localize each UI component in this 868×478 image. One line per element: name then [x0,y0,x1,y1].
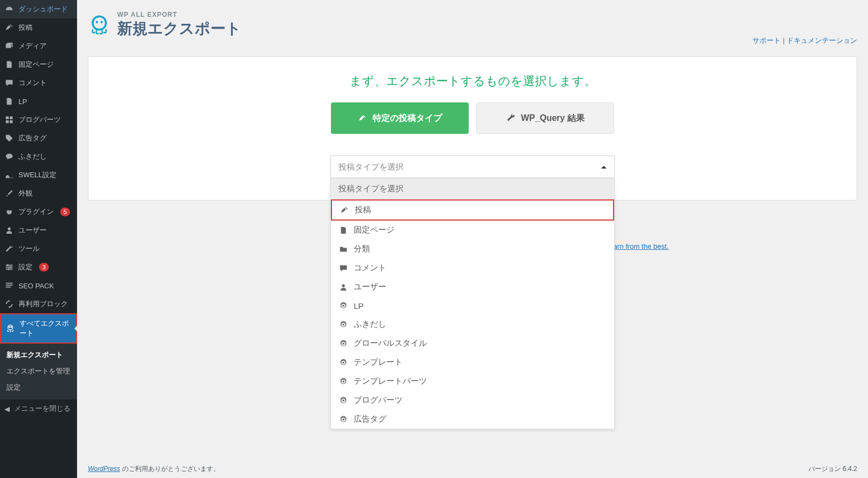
svg-point-6 [10,266,12,268]
svg-point-13 [11,326,12,327]
docs-link[interactable]: ドキュメンテーション [787,36,857,44]
option-label: グローバルスタイル [354,338,427,348]
submenu-item-1[interactable]: エクスポートを管理 [0,363,77,379]
option-label: テンプレート [354,357,403,367]
footer-left: WordPress のご利用ありがとうございます。 [88,464,220,474]
dropdown-option-5[interactable]: LP [331,296,614,315]
sidebar-item-12[interactable]: ユーザー [0,221,77,240]
dropdown-option-10[interactable]: ブログパーツ [331,391,614,410]
sidebar-item-10[interactable]: 外観 [0,184,77,203]
dropdown-option-4[interactable]: ユーザー [331,277,614,296]
gear-icon [339,358,348,367]
sidebar-item-6[interactable]: ブログパーツ [0,111,77,129]
svg-rect-8 [6,283,13,284]
sidebar-item-0[interactable]: ダッシュボード [0,0,77,18]
wordpress-link[interactable]: WordPress [88,465,120,473]
sidebar-item-11[interactable]: プラグイン5 [0,203,77,221]
svg-point-17 [342,284,344,287]
dropdown-option-1[interactable]: 固定ページ [331,221,614,240]
pin-icon [358,113,367,123]
dashboard-icon [4,4,14,14]
collapse-menu[interactable]: ◀ メニューを閉じる [0,399,77,418]
page-header: WP ALL EXPORT 新規エクスポート サポート | ドキュメンテーション [88,11,857,46]
submenu-item-0[interactable]: 新規エクスポート [0,347,77,363]
media-icon [4,41,14,51]
svg-point-15 [95,21,98,23]
option-label: ふきだし [354,319,386,330]
comment-icon [339,263,348,273]
wp-query-button[interactable]: WP_Query 結果 [476,102,614,134]
chevron-up-icon [601,163,607,169]
bubble-icon [4,152,14,162]
dropdown-option-3[interactable]: コメント [331,259,614,277]
sidebar-item-7[interactable]: 広告タグ [0,129,77,147]
dropdown-option-2[interactable]: 分類 [331,240,614,259]
export-card: まず、エクスポートするものを選択します。 特定の投稿タイプ WP_Query 結… [88,56,857,201]
sidebar-item-5[interactable]: LP [0,92,77,111]
sidebar-item-3[interactable]: 固定ページ [0,55,77,74]
header-links: サポート | ドキュメンテーション [752,36,857,46]
post-type-dropdown: 投稿タイプを選択 投稿固定ページ分類コメントユーザーLPふきだしグローバルスタイ… [330,178,615,429]
sidebar-label: ユーザー [18,225,47,235]
option-label: 広告タグ [354,414,386,424]
sidebar-label: 固定ページ [18,60,54,69]
specific-post-type-button[interactable]: 特定の投稿タイプ [331,102,469,134]
wrench-icon [506,113,515,123]
dropdown-option-11[interactable]: 広告タグ [331,410,614,429]
gear-icon [339,377,348,386]
dropdown-option-0[interactable]: 投稿 [331,199,614,221]
select-box[interactable]: 投稿タイプを選択 [330,156,615,178]
svg-point-16 [100,21,103,23]
submenu-item-2[interactable]: 設定 [0,379,77,396]
sidebar-label: メディア [18,41,47,51]
option-label: コメント [354,263,386,273]
sidebar-label: 設定 [18,262,33,272]
option-label: 固定ページ [354,225,394,235]
gear-icon [339,320,348,330]
brush-icon [4,189,14,198]
support-link[interactable]: サポート [752,36,781,44]
svg-rect-9 [6,285,13,286]
dropdown-option-7[interactable]: グローバルスタイル [331,334,614,353]
gear-icon [339,301,348,311]
svg-point-5 [7,264,9,267]
grid-icon [4,115,14,125]
sidebar-label: SEO PACK [18,282,54,290]
svg-point-0 [6,154,13,159]
header-left: WP ALL EXPORT 新規エクスポート [88,11,241,39]
sidebar-label: 投稿 [18,23,33,33]
header-titles: WP ALL EXPORT 新規エクスポート [117,11,241,39]
seo-icon [4,281,14,290]
svg-point-12 [9,326,10,327]
recycle-icon [4,299,14,309]
dropdown-option-9[interactable]: テンプレートパーツ [331,372,614,391]
gear-icon [339,415,348,424]
sidebar-item-2[interactable]: メディア [0,37,77,55]
octo-icon [5,324,15,333]
sidebar-item-8[interactable]: ふきだし [0,147,77,166]
option-label: ユーザー [354,282,386,292]
sidebar-label: すべてエクスポート [20,319,72,338]
sidebar-item-16[interactable]: 再利用ブロック [0,295,77,313]
gear-icon [339,339,348,348]
collapse-label: メニューを閉じる [14,404,71,414]
sidebar-item-15[interactable]: SEO PACK [0,276,77,295]
sidebar-item-1[interactable]: 投稿 [0,18,77,37]
dropdown-option-6[interactable]: ふきだし [331,315,614,334]
sidebar-item-13[interactable]: ツール [0,240,77,258]
dropdown-option-8[interactable]: テンプレート [331,353,614,372]
plug-icon [4,207,14,217]
sidebar-label: ブログパーツ [18,115,61,125]
select-placeholder: 投稿タイプを選択 [339,162,404,172]
main-content: WP ALL EXPORT 新規エクスポート サポート | ドキュメンテーション… [77,0,868,478]
sidebar-item-9[interactable]: SWELL設定 [0,166,77,184]
sidebar-item-17[interactable]: すべてエクスポート [0,313,77,344]
page-icon [339,225,348,235]
link-separator: | [783,36,787,44]
sidebar-item-14[interactable]: 設定3 [0,258,77,276]
sidebar-item-4[interactable]: コメント [0,74,77,92]
sidebar-label: プラグイン [18,207,54,217]
badge: 5 [60,208,70,216]
sidebar-label: ツール [18,244,40,254]
svg-point-14 [93,16,106,30]
